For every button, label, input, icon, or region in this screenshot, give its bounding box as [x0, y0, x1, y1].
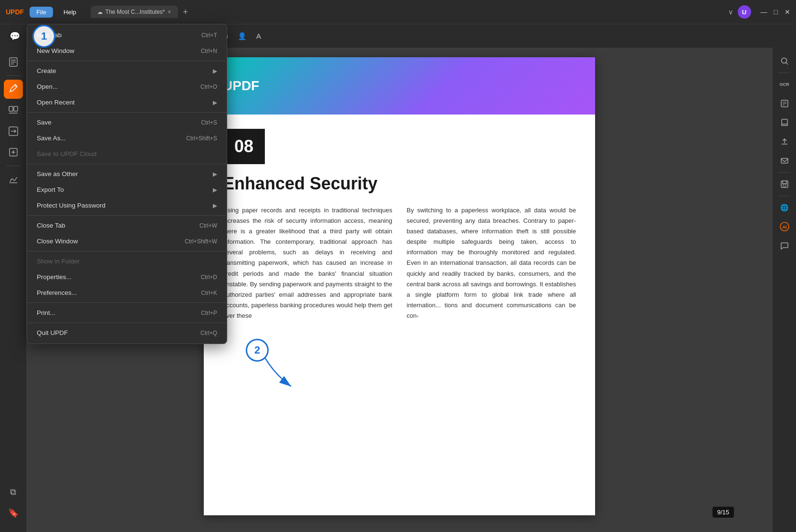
svg-rect-5 [14, 106, 18, 111]
sidebar-item-layers[interactable]: ⧉ [4, 482, 23, 501]
chapter-number: 08 [223, 129, 265, 164]
menu-item-save-cloud: Save to UPDF Cloud [27, 146, 227, 162]
document-tab[interactable]: ☁ The Most C...Institutes* × [91, 6, 178, 18]
menu-item-properties[interactable]: Properties... Ctrl+D [27, 269, 227, 285]
tab-title: The Most C...Institutes* [105, 9, 165, 15]
menu-separator-4 [27, 215, 227, 216]
menu-shortcut-close-tab: Ctrl+W [199, 222, 217, 229]
right-export-icon[interactable] [776, 133, 793, 150]
right-save-icon[interactable] [776, 176, 793, 193]
menu-separator-3 [27, 164, 227, 164]
sidebar-item-fill[interactable] [4, 143, 23, 162]
menu-item-print[interactable]: Print... Ctrl+P [27, 305, 227, 321]
minimize-button[interactable]: — [761, 8, 767, 16]
svg-point-10 [781, 58, 786, 63]
sidebar-item-signature[interactable] [4, 170, 23, 189]
menu-item-close-tab[interactable]: Close Tab Ctrl+W [27, 218, 227, 233]
app-logo: UPDF [6, 8, 24, 16]
toolbar-user-icon[interactable]: 👤 [236, 30, 249, 42]
right-import-icon[interactable] [776, 114, 793, 131]
menu-shortcut-new-tab: Ctrl+T [201, 32, 217, 39]
menu-arrow-protect-password: ▶ [213, 202, 217, 209]
svg-rect-4 [9, 106, 13, 111]
menu-label-print: Print... [37, 309, 55, 316]
menu-item-open-recent[interactable]: Open Recent ▶ [27, 94, 227, 110]
menu-separator-1 [27, 61, 227, 61]
menu-item-save-as[interactable]: Save As... Ctrl+Shift+S [27, 130, 227, 146]
page-indicator: 9/15 [712, 507, 734, 518]
menu-label-export-to: Export To [37, 186, 64, 193]
right-email-icon[interactable] [776, 152, 793, 169]
menu-label-properties: Properties... [37, 273, 72, 281]
menu-label-protect-password: Protect Using Password [37, 202, 105, 209]
document-column-1: Using paper records and receipts in trad… [223, 205, 392, 321]
sidebar-separator-2 [6, 166, 21, 166]
menu-shortcut-new-window: Ctrl+N [201, 48, 217, 54]
menu-item-save-as-other[interactable]: Save as Other ▶ [27, 166, 227, 182]
menu-item-new-tab[interactable]: New Tab Ctrl+T [27, 27, 227, 43]
tab-cloud-icon: ☁ [97, 9, 103, 15]
document-header: UPDF [204, 57, 595, 115]
sidebar-item-organize[interactable] [4, 101, 23, 120]
tabs-chevron-icon[interactable]: ∨ [728, 8, 733, 16]
sidebar-item-bookmark[interactable]: 🔖 [4, 503, 23, 522]
menu-label-open-recent: Open Recent [37, 99, 75, 106]
right-separator-1 [778, 73, 791, 73]
menu-shortcut-open: Ctrl+O [200, 83, 217, 90]
menu-label-save-as-other: Save as Other [37, 170, 78, 177]
menu-shortcut-print: Ctrl+P [201, 310, 217, 316]
menu-item-close-window[interactable]: Close Window Ctrl+Shift+W [27, 233, 227, 249]
right-search-icon[interactable] [776, 52, 793, 70]
menu-item-export-to[interactable]: Export To ▶ [27, 182, 227, 198]
menu-item-protect-password[interactable]: Protect Using Password ▶ [27, 198, 227, 213]
right-ai-icon[interactable]: AI [776, 218, 793, 235]
user-avatar[interactable]: U [738, 5, 751, 19]
menu-label-close-tab: Close Tab [37, 222, 65, 229]
menu-item-save[interactable]: Save Ctrl+S [27, 115, 227, 130]
file-menu-button[interactable]: File [30, 7, 53, 18]
menu-shortcut-close-window: Ctrl+Shift+W [185, 238, 217, 245]
menu-item-new-window[interactable]: New Window Ctrl+N [27, 43, 227, 59]
menu-label-quit: Quit UPDF [37, 329, 68, 336]
right-comment-icon[interactable] [776, 237, 793, 254]
right-extract-icon[interactable] [776, 95, 793, 112]
menu-item-open[interactable]: Open... Ctrl+O [27, 79, 227, 94]
menu-label-create: Create [37, 67, 56, 74]
right-separator-2 [778, 172, 791, 173]
menu-item-quit[interactable]: Quit UPDF Ctrl+Q [27, 325, 227, 341]
menu-shortcut-save-as: Ctrl+Shift+S [186, 135, 217, 142]
right-ocr-icon[interactable]: OCR [776, 76, 793, 93]
new-tab-button[interactable]: + [180, 6, 191, 18]
menu-arrow-save-as-other: ▶ [213, 171, 217, 177]
svg-text:AI: AI [782, 225, 786, 229]
sidebar-item-edit[interactable] [4, 80, 23, 99]
close-button[interactable]: ✕ [785, 8, 790, 16]
annotation-circle-2: 2 [246, 339, 269, 362]
sidebar-item-pages[interactable] [4, 52, 23, 72]
svg-rect-17 [781, 158, 788, 163]
toolbar-comment-icon[interactable]: 💬 [8, 29, 22, 43]
menu-arrow-create: ▶ [213, 68, 217, 74]
window-controls: — □ ✕ [761, 8, 790, 16]
help-menu-button[interactable]: Help [57, 7, 83, 18]
document-title: Enhanced Security [223, 174, 576, 194]
maximize-button[interactable]: □ [774, 8, 778, 16]
document-column-2: By switching to a paperless workplace, a… [407, 205, 576, 321]
sidebar-bottom: ⧉ 🔖 [4, 482, 23, 527]
menu-shortcut-properties: Ctrl+D [201, 274, 217, 281]
menu-label-preferences: Preferences... [37, 289, 77, 296]
menu-item-preferences[interactable]: Preferences... Ctrl+K [27, 285, 227, 301]
menu-label-save-cloud: Save to UPDF Cloud [37, 150, 96, 157]
left-sidebar: ⧉ 🔖 [0, 48, 27, 532]
menu-shortcut-save: Ctrl+S [201, 119, 217, 126]
toolbar-text-color-icon[interactable]: A [254, 30, 263, 42]
right-cloud-icon[interactable]: 🌐 [776, 199, 793, 216]
sidebar-item-convert[interactable] [4, 122, 23, 141]
tab-close-icon[interactable]: × [168, 9, 171, 15]
menu-item-create[interactable]: Create ▶ [27, 63, 227, 79]
titlebar-right-controls: ∨ U — □ ✕ [728, 5, 790, 19]
menu-arrow-export-to: ▶ [213, 187, 217, 193]
menu-arrow-open-recent: ▶ [213, 99, 217, 106]
document-page: UPDF 08 Enhanced Security Using paper re… [204, 57, 595, 515]
svg-rect-16 [782, 119, 787, 124]
